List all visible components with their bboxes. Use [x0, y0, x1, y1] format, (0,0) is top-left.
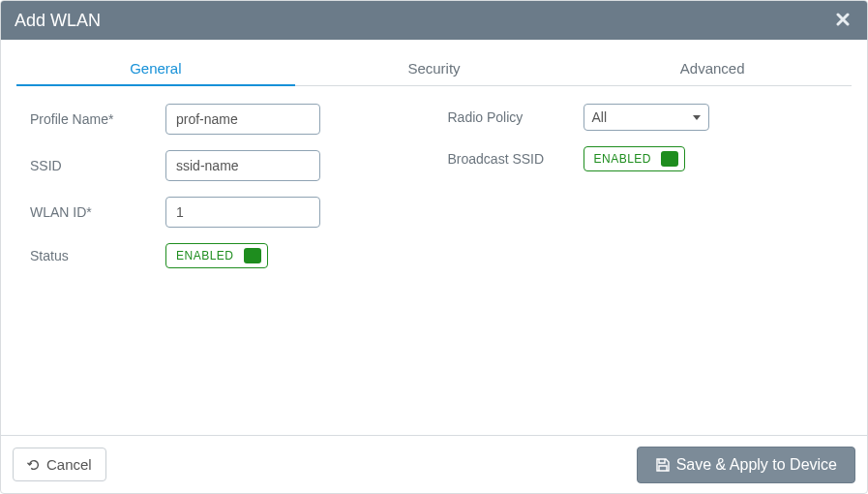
tab-general[interactable]: General: [16, 54, 295, 86]
field-profile-name: Profile Name*: [16, 104, 434, 135]
field-status: Status ENABLED: [16, 243, 434, 268]
form-grid: Profile Name* SSID WLAN ID* Status ENABL…: [16, 104, 852, 284]
radio-policy-select[interactable]: All: [584, 104, 709, 131]
tab-advanced[interactable]: Advanced: [573, 54, 852, 86]
tab-label: General: [130, 60, 181, 77]
tabs: General Security Advanced: [16, 53, 852, 86]
right-column: Radio Policy All Broadcast SSID ENABLED: [434, 104, 853, 284]
wlan-id-label: WLAN ID*: [30, 204, 165, 220]
radio-policy-selected: All: [592, 109, 608, 125]
field-ssid: SSID: [16, 150, 434, 181]
status-label: Status: [30, 248, 165, 263]
field-wlan-id: WLAN ID*: [16, 197, 434, 228]
field-broadcast-ssid: Broadcast SSID ENABLED: [434, 146, 853, 171]
field-radio-policy: Radio Policy All: [434, 104, 853, 131]
cancel-button[interactable]: Cancel: [13, 448, 106, 481]
ssid-input[interactable]: [165, 150, 320, 181]
close-icon[interactable]: [832, 11, 853, 31]
dialog-titlebar: Add WLAN: [1, 1, 867, 40]
left-column: Profile Name* SSID WLAN ID* Status ENABL…: [16, 104, 434, 284]
broadcast-ssid-toggle[interactable]: ENABLED: [584, 146, 686, 171]
save-icon: [655, 457, 671, 473]
broadcast-ssid-toggle-text: ENABLED: [594, 152, 652, 166]
dialog-body: General Security Advanced Profile Name* …: [1, 40, 867, 435]
tab-label: Advanced: [680, 60, 745, 77]
dialog-footer: Cancel Save & Apply to Device: [1, 435, 867, 493]
undo-icon: [27, 458, 41, 472]
profile-name-label: Profile Name*: [30, 111, 165, 127]
radio-policy-label: Radio Policy: [448, 109, 584, 125]
status-toggle-text: ENABLED: [176, 249, 234, 262]
tab-label: Security: [407, 60, 460, 77]
cancel-button-label: Cancel: [46, 456, 92, 473]
status-toggle[interactable]: ENABLED: [165, 243, 268, 268]
ssid-label: SSID: [30, 158, 165, 173]
toggle-indicator-icon: [661, 151, 678, 167]
broadcast-ssid-label: Broadcast SSID: [448, 151, 584, 167]
dialog-title: Add WLAN: [15, 11, 101, 31]
profile-name-input[interactable]: [165, 104, 320, 135]
save-apply-button[interactable]: Save & Apply to Device: [637, 447, 855, 483]
save-apply-button-label: Save & Apply to Device: [676, 456, 837, 474]
add-wlan-dialog: Add WLAN General Security Advanced Profi…: [0, 0, 868, 494]
tab-security[interactable]: Security: [295, 54, 574, 86]
toggle-indicator-icon: [244, 248, 261, 263]
chevron-down-icon: [693, 115, 701, 120]
wlan-id-input[interactable]: [165, 197, 320, 228]
